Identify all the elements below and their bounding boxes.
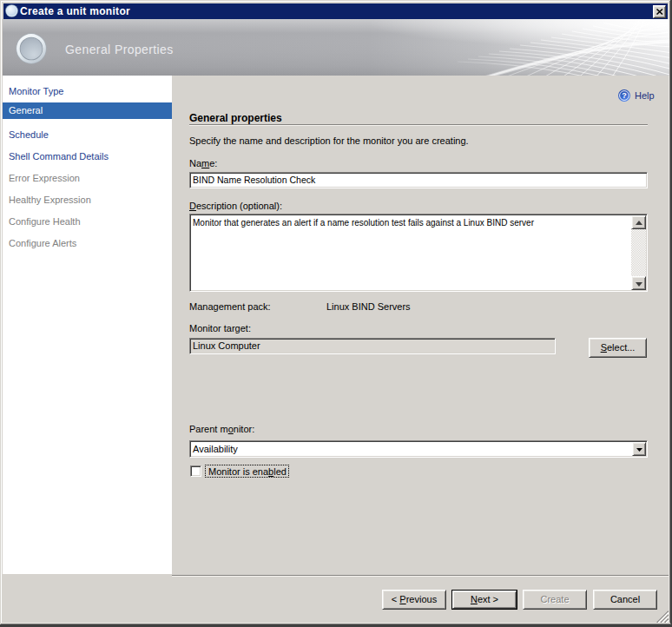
svg-text:?: ? [622,91,627,100]
